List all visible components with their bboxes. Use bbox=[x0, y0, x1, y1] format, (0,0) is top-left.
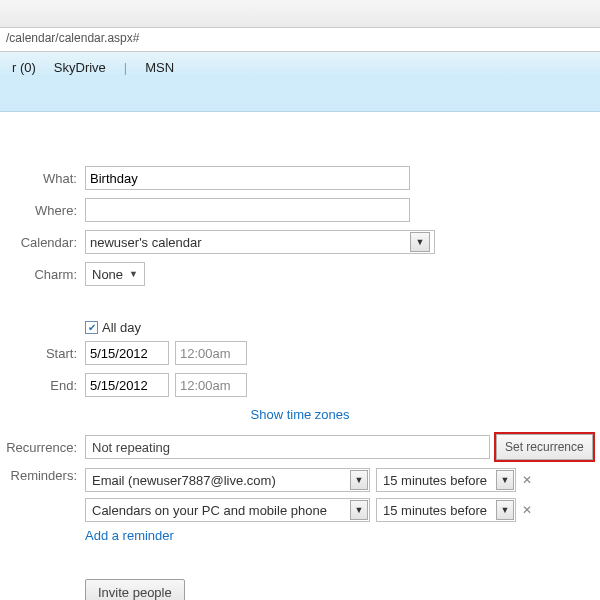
reminder-timing-select[interactable]: 15 minutes before ▼ bbox=[376, 468, 516, 492]
nav-item-skydrive[interactable]: SkyDrive bbox=[54, 60, 106, 75]
recurrence-field[interactable]: Not repeating bbox=[85, 435, 490, 459]
reminder-timing-value: 15 minutes before bbox=[383, 503, 487, 518]
remove-reminder-icon[interactable]: ✕ bbox=[522, 473, 532, 487]
show-timezones-link[interactable]: Show time zones bbox=[251, 407, 350, 422]
start-date-input[interactable] bbox=[85, 341, 169, 365]
url-text: /calendar/calendar.aspx# bbox=[6, 31, 139, 45]
charm-select[interactable]: None ▼ bbox=[85, 262, 145, 286]
set-recurrence-button[interactable]: Set recurrence bbox=[496, 434, 593, 460]
charm-label: Charm: bbox=[0, 267, 85, 282]
where-label: Where: bbox=[0, 203, 85, 218]
top-nav: r (0) SkyDrive | MSN bbox=[0, 52, 600, 112]
end-label: End: bbox=[0, 378, 85, 393]
allday-label: All day bbox=[102, 320, 141, 335]
chevron-down-icon[interactable]: ▼ bbox=[350, 470, 368, 490]
nav-divider: | bbox=[124, 60, 127, 75]
remove-reminder-icon[interactable]: ✕ bbox=[522, 503, 532, 517]
reminder-target-select[interactable]: Calendars on your PC and mobile phone ▼ bbox=[85, 498, 370, 522]
browser-toolbar bbox=[0, 0, 600, 28]
nav-item-msn[interactable]: MSN bbox=[145, 60, 174, 75]
allday-checkbox[interactable]: ✔ bbox=[85, 321, 98, 334]
start-time-input bbox=[175, 341, 247, 365]
charm-value: None bbox=[92, 267, 123, 282]
calendar-select[interactable]: newuser's calendar ▼ bbox=[85, 230, 435, 254]
reminder-target-value: Calendars on your PC and mobile phone bbox=[92, 503, 327, 518]
calendar-label: Calendar: bbox=[0, 235, 85, 250]
add-reminder-link[interactable]: Add a reminder bbox=[85, 528, 174, 543]
reminder-timing-select[interactable]: 15 minutes before ▼ bbox=[376, 498, 516, 522]
reminder-timing-value: 15 minutes before bbox=[383, 473, 487, 488]
end-time-input bbox=[175, 373, 247, 397]
invite-people-button[interactable]: Invite people bbox=[85, 579, 185, 600]
recurrence-label: Recurrence: bbox=[0, 440, 85, 455]
calendar-value: newuser's calendar bbox=[90, 235, 202, 250]
nav-item-r[interactable]: r (0) bbox=[12, 60, 36, 75]
what-label: What: bbox=[0, 171, 85, 186]
reminder-target-value: Email (newuser7887@live.com) bbox=[92, 473, 276, 488]
chevron-down-icon[interactable]: ▼ bbox=[496, 500, 514, 520]
address-bar[interactable]: /calendar/calendar.aspx# bbox=[0, 28, 600, 52]
event-form: What: Where: Calendar: newuser's calenda… bbox=[0, 112, 600, 600]
reminder-target-select[interactable]: Email (newuser7887@live.com) ▼ bbox=[85, 468, 370, 492]
end-date-input[interactable] bbox=[85, 373, 169, 397]
where-input[interactable] bbox=[85, 198, 410, 222]
chevron-down-icon[interactable]: ▼ bbox=[496, 470, 514, 490]
what-input[interactable] bbox=[85, 166, 410, 190]
chevron-down-icon[interactable]: ▼ bbox=[350, 500, 368, 520]
chevron-down-icon[interactable]: ▼ bbox=[410, 232, 430, 252]
chevron-down-icon: ▼ bbox=[129, 269, 138, 279]
start-label: Start: bbox=[0, 346, 85, 361]
recurrence-value: Not repeating bbox=[92, 440, 170, 455]
reminders-label: Reminders: bbox=[0, 468, 85, 483]
